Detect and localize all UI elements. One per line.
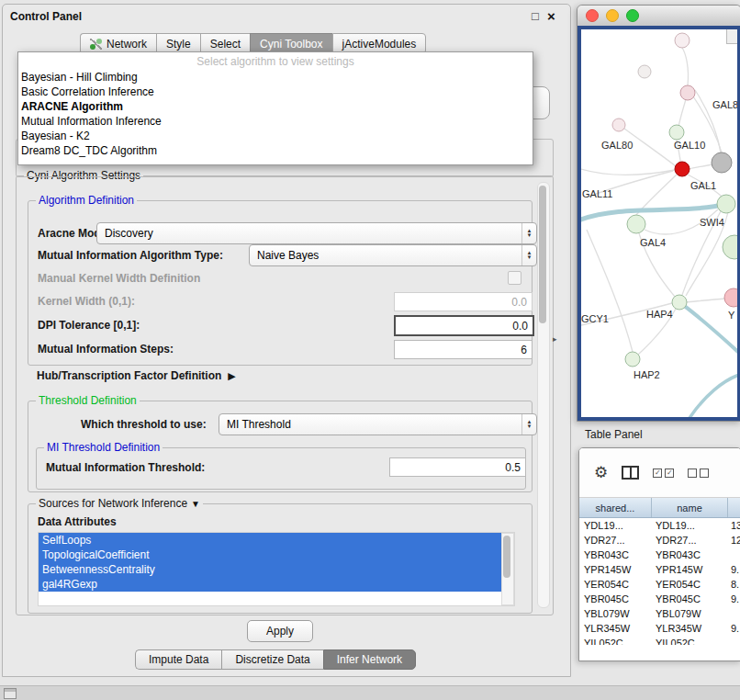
bottom-tab[interactable]: Impute Data: [135, 649, 221, 670]
restore-window-icon[interactable]: [4, 688, 17, 699]
dropdown-option[interactable]: Bayesian - Hill Climbing: [18, 70, 533, 85]
attribute-item[interactable]: BetweennessCentrality: [39, 562, 506, 577]
table-body: YDL19... YDL19... 13 YDR27... YDR27... 1…: [579, 518, 740, 645]
canvas-scrollbar[interactable]: [726, 29, 737, 44]
deselect-all-icon[interactable]: [688, 469, 709, 478]
node-label: SWI4: [700, 217, 724, 228]
splitter-arrow-icon[interactable]: ▸: [553, 334, 557, 344]
attribute-items: SelfLoops TopologicalCoefficient Between…: [39, 533, 514, 592]
select-all-icon[interactable]: ✓ ✓: [653, 469, 674, 478]
dropdown-placeholder: Select algorithm to view settings: [18, 55, 533, 70]
node-label: GAL8: [712, 99, 738, 110]
mi-threshold-group-title: MI Threshold Definition: [44, 441, 163, 454]
table-row[interactable]: YBR043C YBR043C: [579, 548, 740, 562]
aracne-mode-select[interactable]: Discovery ▲▼: [96, 222, 537, 244]
dropdown-option[interactable]: Mutual Information Inference: [18, 114, 533, 129]
list-scrollbar-thumb[interactable]: [503, 536, 510, 578]
close-traffic-light[interactable]: [586, 9, 599, 22]
float-window-icon[interactable]: □: [532, 9, 539, 23]
data-attributes-list: SelfLoops TopologicalCoefficient Between…: [38, 532, 515, 606]
table-row[interactable]: YLR345W YLR345W 9.: [579, 621, 740, 636]
algorithm-definition-group: Algorithm Definition Aracne Mode: Discov…: [28, 200, 533, 366]
node-label: GAL10: [674, 140, 705, 151]
network-window-titlebar: [577, 6, 740, 27]
mi-steps-field[interactable]: 6: [394, 340, 533, 359]
network-icon: [90, 39, 102, 50]
table-row[interactable]: YER054C YER054C 8.: [579, 577, 740, 592]
table-row[interactable]: YBL079W YBL079W: [579, 606, 740, 621]
table-toolbar: ⚙ ✓ ✓: [579, 448, 740, 498]
stepper-icon: ▲▼: [521, 414, 536, 435]
zoom-traffic-light[interactable]: [626, 9, 639, 22]
dropdown-option[interactable]: ARACNE Algorithm: [18, 99, 533, 114]
dpi-tolerance-label: DPI Tolerance [0,1]:: [38, 319, 140, 332]
expand-right-icon: ▶: [228, 370, 235, 381]
table-row[interactable]: YBR045C YBR045C 9.: [579, 592, 740, 606]
dpi-tolerance-field[interactable]: 0.0: [394, 315, 534, 336]
sources-group-title[interactable]: Sources for Network Inference▼: [36, 497, 203, 510]
control-panel-titlebar: Control Panel □ ×: [3, 5, 570, 28]
close-icon[interactable]: ×: [547, 8, 555, 24]
node-label: HAP2: [633, 369, 660, 380]
table-row[interactable]: YPR145W YPR145W 9.: [579, 562, 740, 577]
apply-button[interactable]: Apply: [247, 620, 313, 642]
list-scrollbar[interactable]: [501, 533, 514, 605]
attribute-item[interactable]: TopologicalCoefficient: [39, 548, 506, 562]
column-header[interactable]: shared...: [579, 498, 652, 517]
table-header: shared... name: [579, 498, 740, 518]
node-label: GAL80: [601, 140, 633, 151]
dropdown-options: Bayesian - Hill Climbing Basic Correlati…: [18, 70, 533, 158]
which-threshold-select[interactable]: MI Threshold ▲▼: [219, 413, 537, 435]
threshold-definition-title: Threshold Definition: [36, 394, 140, 407]
column-header[interactable]: [728, 498, 740, 517]
network-canvas[interactable]: GAL8 GAL80 GAL10 GAL11 GAL1 SWI4 GAL4 GC…: [577, 26, 740, 421]
attribute-item[interactable]: SelfLoops: [39, 533, 506, 548]
panel-title: Control Panel: [10, 10, 82, 23]
stepper-icon: ▲▼: [521, 245, 536, 265]
settings-scrollbar[interactable]: [537, 182, 550, 608]
node-label: GCY1: [581, 313, 609, 324]
node-label: GAL1: [690, 180, 716, 191]
data-attributes-label: Data Attributes: [38, 515, 117, 528]
mi-threshold-group: MI Threshold Definition Mutual Informati…: [36, 447, 526, 490]
collapse-down-icon: ▼: [191, 499, 200, 509]
bottom-tabs: Impute Data Discretize Data Infer Networ…: [135, 649, 416, 670]
mi-threshold-field[interactable]: 0.5: [389, 457, 526, 477]
mi-type-select[interactable]: Naive Bayes ▲▼: [249, 244, 537, 266]
minimize-traffic-light[interactable]: [606, 9, 619, 22]
table-row[interactable]: YDR27... YDR27... 12: [579, 533, 740, 548]
show-columns-icon[interactable]: [622, 466, 639, 480]
table-row[interactable]: YDL19... YDL19... 13: [579, 518, 740, 533]
control-panel-window: Control Panel □ × Network Style Select C…: [2, 4, 571, 677]
bottom-status-bar: [0, 685, 740, 700]
bottom-tab[interactable]: Infer Network: [323, 649, 416, 670]
manual-kernel-checkbox[interactable]: [508, 271, 521, 285]
table-panel-title: Table Panel: [585, 428, 643, 441]
gear-icon[interactable]: ⚙: [594, 465, 608, 480]
node-label: HAP4: [646, 309, 673, 320]
table-row[interactable]: YIL052C YIL052C: [579, 636, 740, 645]
manual-kernel-label: Manual Kernel Width Definition: [38, 272, 200, 285]
which-threshold-label: Which threshold to use:: [81, 418, 207, 431]
table-panel-window: ⚙ ✓ ✓ shared... name YDL19... YDL19... 1…: [578, 447, 740, 661]
bottom-tab[interactable]: Discretize Data: [221, 649, 322, 670]
mi-type-label: Mutual Information Algorithm Type:: [38, 249, 223, 262]
kernel-width-label: Kernel Width (0,1):: [38, 295, 135, 308]
column-header[interactable]: name: [652, 498, 728, 517]
attribute-item[interactable]: gal4RGexp: [39, 577, 506, 592]
dropdown-option[interactable]: Bayesian - K2: [18, 129, 533, 143]
algorithm-definition-title: Algorithm Definition: [36, 194, 137, 207]
hub-definition-toggle[interactable]: Hub/Transcription Factor Definition▶: [37, 369, 236, 382]
stepper-icon: ▲▼: [521, 223, 536, 243]
node-label: GAL4: [640, 237, 666, 248]
algorithm-dropdown-popup: Select algorithm to view settings Bayesi…: [17, 51, 533, 165]
cyni-algorithm-settings-group: Cyni Algorithm Settings Algorithm Defini…: [16, 175, 554, 615]
threshold-definition-group: Threshold Definition Which threshold to …: [28, 401, 533, 492]
sources-group: Sources for Network Inference▼ Data Attr…: [28, 503, 533, 614]
mi-threshold-label: Mutual Information Threshold:: [46, 461, 205, 474]
node-label: Y: [728, 310, 734, 321]
node-labels: GAL8 GAL80 GAL10 GAL11 GAL1 SWI4 GAL4 GC…: [581, 29, 737, 417]
settings-scrollbar-thumb[interactable]: [539, 186, 546, 323]
dropdown-option[interactable]: Dream8 DC_TDC Algorithm: [18, 143, 533, 158]
dropdown-option[interactable]: Basic Correlation Inference: [18, 85, 533, 99]
